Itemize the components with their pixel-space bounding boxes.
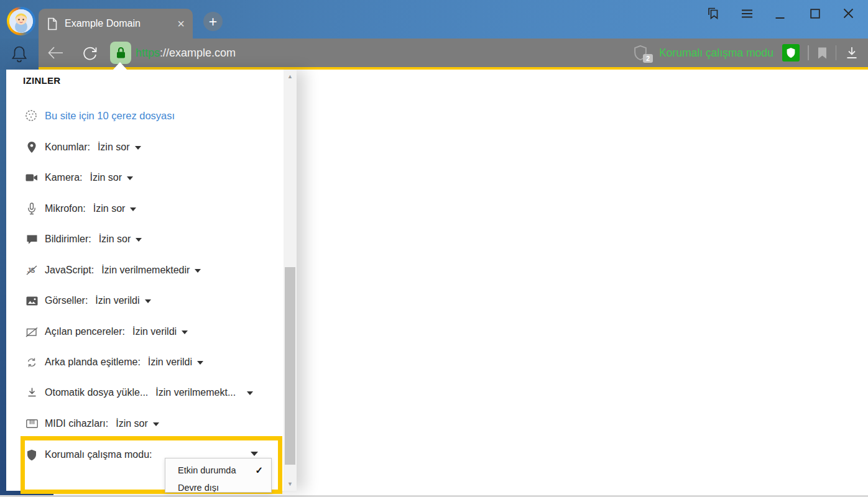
- popups-icon: [25, 327, 39, 337]
- scrollbar-down-icon[interactable]: ▼: [284, 481, 297, 487]
- address-toolbar: https://example.com 2 Korumalı çalışma m…: [39, 39, 868, 67]
- url-rest: ://example.com: [160, 47, 236, 60]
- permission-dropdown[interactable]: İzin sor: [99, 234, 142, 245]
- permission-row-auto-download: Otomatik dosya yükle... İzin verilmemekt…: [25, 385, 253, 400]
- javascript-icon: JS: [25, 265, 39, 276]
- address-url[interactable]: https://example.com: [136, 39, 236, 67]
- shield-badge-count: 2: [643, 54, 653, 63]
- caret-down-icon: [195, 269, 201, 273]
- permission-value: İzin sor: [90, 172, 122, 183]
- notifications-icon: [25, 234, 39, 245]
- site-security-lock-button[interactable]: [110, 42, 131, 64]
- close-button[interactable]: [843, 8, 854, 19]
- page-favicon-icon: [47, 17, 58, 30]
- permission-dropdown[interactable]: İzin verilmemekt...: [155, 387, 253, 398]
- permission-value: İzin verilmemektedir: [101, 265, 190, 276]
- permission-row-background-sync: Arka planda eşitleme: İzin verildi: [25, 355, 203, 370]
- location-icon: [25, 141, 39, 153]
- permission-value: İzin verildi: [148, 357, 192, 368]
- dropdown-option-enabled[interactable]: Etkin durumda ✓: [165, 462, 271, 479]
- caret-down-icon: [135, 146, 141, 150]
- url-scheme: https: [136, 47, 160, 60]
- camera-icon: [25, 173, 39, 182]
- protection-mode-button[interactable]: [782, 44, 800, 62]
- permission-value: İzin sor: [116, 418, 148, 429]
- permission-row-microphone: Mikrofon: İzin sor: [25, 201, 136, 216]
- permission-row-javascript: JS JavaScript: İzin verilmemektedir: [25, 263, 201, 278]
- permission-dropdown[interactable]: İzin verildi: [132, 326, 188, 337]
- reload-button[interactable]: [81, 45, 98, 62]
- permission-row-popups: Açılan pencereler: İzin verildi: [25, 324, 188, 339]
- panel-pointer-notch: [113, 62, 127, 70]
- permission-row-camera: Kamera: İzin sor: [25, 170, 133, 185]
- permission-row-midi: MIDI cihazları: İzin sor: [25, 416, 159, 431]
- browser-window: Example Domain × +: [0, 0, 868, 497]
- notifications-bell-icon[interactable]: [10, 45, 29, 65]
- tab-close-icon[interactable]: ×: [177, 17, 185, 30]
- permission-dropdown[interactable]: İzin sor: [116, 418, 159, 429]
- downloads-icon[interactable]: [844, 45, 859, 60]
- permission-value: İzin verilmemekt...: [155, 387, 236, 398]
- protect-shield-counter-icon[interactable]: 2: [633, 45, 649, 61]
- permission-dropdown[interactable]: İzin verildi: [95, 295, 150, 306]
- background-sync-icon: [25, 357, 39, 368]
- browser-tab[interactable]: Example Domain ×: [39, 9, 193, 39]
- protection-mode-label[interactable]: Korumalı çalışma modu: [659, 47, 773, 60]
- panel-scrollbar[interactable]: ▲ ▼: [284, 70, 297, 491]
- permission-value: İzin verildi: [95, 295, 139, 306]
- permission-label: Konumlar:: [45, 142, 90, 153]
- window-bottom-edge: [0, 491, 53, 495]
- minimize-button[interactable]: [775, 17, 785, 19]
- lock-icon: [115, 46, 127, 60]
- side-strip: [0, 39, 39, 70]
- cookie-files-link[interactable]: Bu site için 10 çerez dosyası: [45, 110, 175, 122]
- images-icon: [25, 296, 39, 306]
- panel-heading: IZINLER: [23, 75, 60, 86]
- permissions-panel: IZINLER Bu site için 10 çerez dosyası Ko…: [6, 70, 297, 491]
- auto-download-icon: [25, 387, 39, 398]
- permission-dropdown[interactable]: İzin sor: [90, 172, 133, 183]
- bookmark-icon[interactable]: [817, 47, 828, 60]
- permission-label: Otomatik dosya yükle...: [45, 387, 148, 398]
- permission-dropdown[interactable]: İzin verildi: [148, 357, 203, 368]
- toolbar-right-group: 2 Korumalı çalışma modu: [633, 39, 859, 67]
- collections-icon[interactable]: [706, 6, 721, 21]
- caret-down-icon: [130, 207, 136, 211]
- dropdown-option-disabled[interactable]: Devre dışı: [165, 479, 271, 493]
- maximize-button[interactable]: [810, 9, 820, 19]
- protected-mode-caret-icon[interactable]: [251, 452, 258, 456]
- permission-dropdown[interactable]: İzin sor: [98, 142, 141, 153]
- microphone-icon: [25, 203, 39, 215]
- shield-icon: [25, 449, 39, 461]
- dropdown-option-label: Etkin durumda: [178, 465, 236, 475]
- caret-down-icon: [197, 361, 203, 365]
- back-button[interactable]: [47, 46, 63, 60]
- permission-label: Görseller:: [45, 295, 88, 306]
- cookie-row: Bu site için 10 çerez dosyası: [24, 109, 175, 122]
- permission-label: Mikrofon:: [45, 203, 86, 214]
- permission-label: Açılan pencereler:: [45, 326, 125, 337]
- permission-label: Bildirimler:: [45, 234, 91, 245]
- permission-value: İzin verildi: [132, 326, 177, 337]
- scrollbar-up-icon[interactable]: ▲: [284, 73, 297, 80]
- permission-label: MIDI cihazları:: [45, 418, 108, 429]
- new-tab-button[interactable]: +: [203, 12, 223, 31]
- caret-down-icon: [127, 176, 133, 180]
- permission-dropdown[interactable]: İzin sor: [93, 203, 137, 214]
- avatar-girl-icon: [9, 9, 33, 33]
- dropdown-option-label: Devre dışı: [178, 483, 219, 493]
- permission-row-images: Görseller: İzin verildi: [25, 293, 151, 308]
- permission-dropdown[interactable]: İzin verilmemektedir: [101, 265, 201, 276]
- permission-label: Arka planda eşitleme:: [45, 357, 141, 368]
- permission-value: İzin sor: [99, 234, 131, 245]
- permission-value: İzin sor: [98, 142, 130, 153]
- profile-avatar[interactable]: [7, 7, 35, 35]
- tab-title: Example Domain: [65, 18, 177, 29]
- caret-down-icon: [182, 331, 188, 334]
- avatar-image: [9, 9, 33, 33]
- scrollbar-thumb[interactable]: [285, 267, 295, 465]
- shield-white-icon: [786, 47, 796, 58]
- menu-icon[interactable]: [741, 8, 753, 19]
- permission-label: Kamera:: [45, 172, 82, 183]
- permission-label: Korumalı çalışma modu:: [45, 449, 152, 460]
